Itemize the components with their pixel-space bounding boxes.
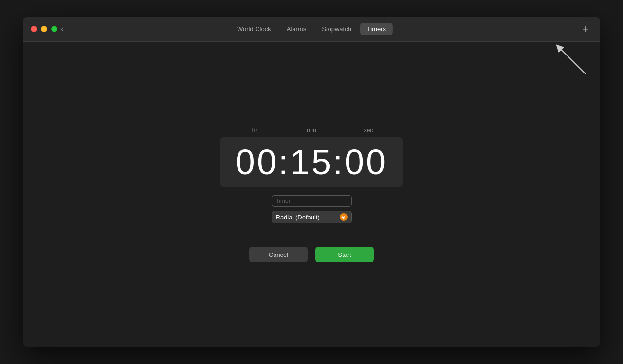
traffic-lights [23,26,57,32]
add-timer-button[interactable]: + [579,22,592,36]
minimize-button[interactable] [41,26,47,32]
sec-label: sec [340,127,397,134]
timer-name-input[interactable] [272,195,352,207]
hr-label: hr [226,127,283,134]
start-button[interactable]: Start [315,247,374,262]
tab-stopwatch[interactable]: Stopwatch [315,23,358,35]
tab-world-clock[interactable]: World Clock [230,23,278,35]
time-labels: hr min sec [226,127,397,134]
tab-alarms[interactable]: Alarms [280,23,313,35]
sound-label: Radial (Default) [276,214,320,221]
titlebar: ‹ World Clock Alarms Stopwatch Timers + [23,17,600,42]
cancel-button[interactable]: Cancel [249,247,308,262]
buttons-row: Cancel Start [249,247,374,262]
main-content: hr min sec 00:15:00 Radial (Default) ◉ C… [23,42,600,347]
back-button[interactable]: ‹ [57,22,68,36]
timer-display[interactable]: 00:15:00 [220,137,403,187]
sound-selector-icon: ◉ [340,213,348,221]
timer-time: 00:15:00 [236,145,387,180]
close-button[interactable] [31,26,37,32]
sound-selector[interactable]: Radial (Default) ◉ [272,211,352,223]
nav-tabs: World Clock Alarms Stopwatch Timers [230,23,393,35]
tab-timers[interactable]: Timers [360,23,393,35]
app-window: ‹ World Clock Alarms Stopwatch Timers + … [23,17,600,347]
min-label: min [283,127,340,134]
